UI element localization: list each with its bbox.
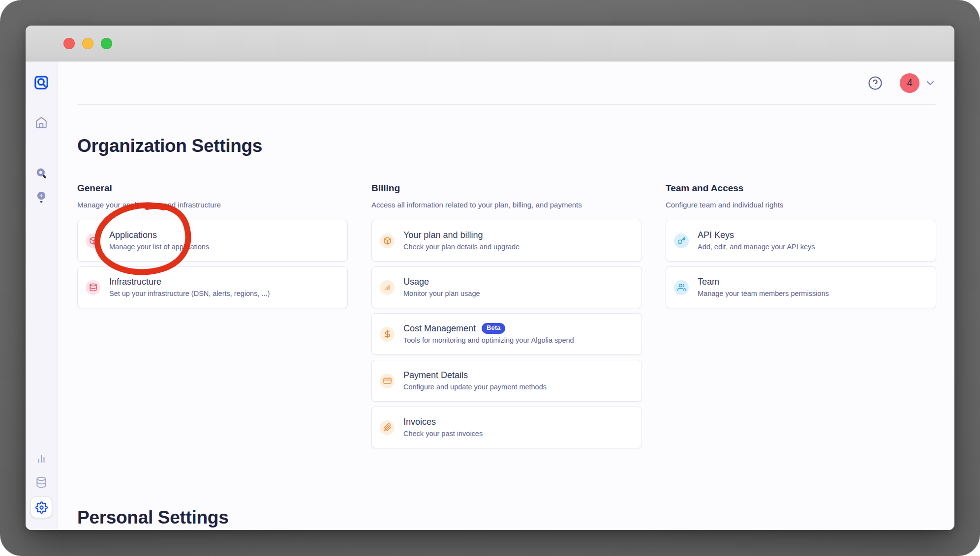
card-title: API Keys <box>698 230 815 241</box>
main-content: 4 Organization Settings General Manage y… <box>58 61 954 530</box>
topbar: 4 <box>77 61 936 105</box>
card-team[interactable]: Team Manage your team members permission… <box>666 266 936 308</box>
credit-card-icon <box>380 374 395 388</box>
box-icon <box>86 234 100 248</box>
card-subtitle: Configure and update your payment method… <box>403 382 547 392</box>
app-window: 4 Organization Settings General Manage y… <box>26 26 954 530</box>
beta-badge: Beta <box>482 323 505 334</box>
section-subtitle: Manage your applications and infrastruct… <box>77 200 348 210</box>
paperclip-icon <box>380 420 395 435</box>
personal-settings-title: Personal Settings <box>77 507 936 528</box>
section-divider <box>77 478 936 478</box>
card-usage[interactable]: Usage Monitor your plan usage <box>371 266 642 308</box>
card-title: Applications <box>109 230 209 241</box>
analytics-icon[interactable] <box>34 452 48 466</box>
card-subtitle: Check your past invoices <box>403 429 483 439</box>
card-applications[interactable]: Applications Manage your list of applica… <box>77 220 348 262</box>
card-infrastructure[interactable]: Infrastructure Set up your infrastructur… <box>77 266 348 308</box>
card-title: Your plan and billing <box>403 230 520 241</box>
sidebar-divider <box>32 102 51 102</box>
section-billing: Billing Access all information related t… <box>371 182 642 448</box>
key-icon <box>674 234 689 248</box>
settings-columns: General Manage your applications and inf… <box>77 182 936 448</box>
algolia-logo[interactable] <box>32 74 50 91</box>
card-cost-management[interactable]: Cost ManagementBeta Tools for monitoring… <box>371 313 642 355</box>
page-title: Organization Settings <box>77 135 936 157</box>
card-title: Infrastructure <box>109 276 270 288</box>
card-payment-details[interactable]: Payment Details Configure and update you… <box>371 360 642 402</box>
users-icon <box>674 280 689 295</box>
card-subtitle: Manage your team members permissions <box>698 289 829 298</box>
card-subtitle: Manage your list of applications <box>109 242 209 252</box>
section-subtitle: Access all information related to your p… <box>371 200 642 210</box>
card-subtitle: Set up your infrastructure (DSN, alerts,… <box>109 289 270 298</box>
window-titlebar[interactable] <box>26 26 954 61</box>
card-subtitle: Monitor your plan usage <box>403 289 480 298</box>
home-icon[interactable] <box>34 116 48 129</box>
section-title: Billing <box>371 182 642 195</box>
card-title: Payment Details <box>403 370 547 381</box>
zoom-window-button[interactable] <box>101 38 112 49</box>
desktop-backdrop: 4 Organization Settings General Manage y… <box>0 0 980 556</box>
settings-gear-icon[interactable] <box>31 497 52 518</box>
box-icon <box>380 234 395 248</box>
avatar[interactable]: 4 <box>900 73 919 93</box>
card-subtitle: Tools for monitoring and optimizing your… <box>403 336 574 345</box>
card-api-keys[interactable]: API Keys Add, edit, and manage your API … <box>666 220 936 262</box>
recommend-lightbulb-icon[interactable] <box>34 190 48 204</box>
dollar-icon <box>380 327 395 342</box>
close-window-button[interactable] <box>63 38 75 49</box>
section-general: General Manage your applications and inf… <box>77 182 348 308</box>
minimize-window-button[interactable] <box>82 38 93 49</box>
database-icon <box>86 280 100 295</box>
section-title: General <box>77 182 348 195</box>
card-title: Usage <box>403 276 480 288</box>
data-icon[interactable] <box>34 475 48 489</box>
card-invoices[interactable]: Invoices Check your past invoices <box>371 407 642 448</box>
card-title: Invoices <box>403 416 483 428</box>
card-title: Team <box>698 276 829 288</box>
bar-chart-icon <box>380 280 395 295</box>
search-icon[interactable] <box>34 167 48 180</box>
section-team-and-access: Team and Access Configure team and indiv… <box>666 182 936 308</box>
section-subtitle: Configure team and individual rights <box>666 200 936 210</box>
card-subtitle: Check your plan details and upgrade <box>403 242 520 252</box>
card-your-plan-and-billing[interactable]: Your plan and billing Check your plan de… <box>371 220 642 262</box>
help-circle-icon[interactable] <box>868 76 883 90</box>
sidebar <box>26 61 58 530</box>
chevron-down-icon[interactable] <box>924 77 936 89</box>
avatar-count: 4 <box>907 77 912 88</box>
section-title: Team and Access <box>666 182 936 195</box>
card-title: Cost ManagementBeta <box>403 323 574 334</box>
card-subtitle: Add, edit, and manage your API keys <box>698 242 815 252</box>
